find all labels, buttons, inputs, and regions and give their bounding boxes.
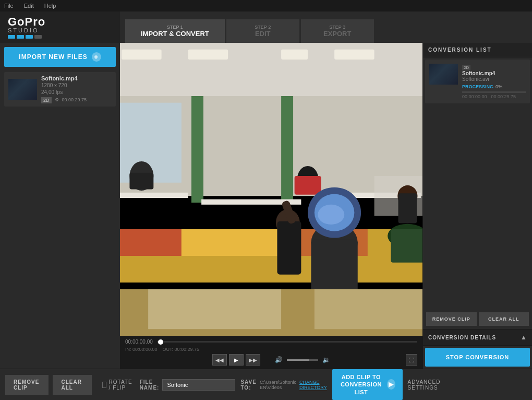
filename-input[interactable] [162, 379, 235, 391]
svg-rect-35 [398, 193, 417, 223]
conv-progress-pct: 0% [495, 84, 502, 89]
conversion-details-section[interactable]: CONVERSION DETAILS ▲ [423, 329, 532, 346]
dot-2 [17, 35, 24, 39]
bottom-left-buttons: REMOVE CLIP CLEAR ALL [0, 369, 97, 400]
file-meta: 2D ⚙ 00:00:29.75 [41, 97, 112, 103]
right-spacer [423, 105, 532, 309]
import-new-files-button[interactable]: IMPORT NEW FILES + [4, 47, 116, 67]
add-clip-to-conversion-button[interactable]: ADD CLIP TO CONVERSION LIST ▶ [332, 369, 403, 400]
play-button[interactable]: ▶ [229, 354, 244, 366]
playback-row: ◀◀ ▶ ▶▶ 🔊 🔉 ⛶ [125, 354, 417, 366]
volume-high-icon: 🔉 [322, 356, 330, 363]
step-1-num: STEP 1 [141, 25, 209, 30]
step-1-tab[interactable]: STEP 1 IMPORT & CONVERT [125, 19, 225, 43]
rotate-flip-group: ROTATE / FLIP [102, 379, 135, 391]
conversion-list-item[interactable]: 2D Softonic.mp4 Softonic.avi PROCESSING … [425, 60, 530, 103]
conv-progress-label: PROCESSING [462, 84, 493, 89]
volume-slider[interactable] [287, 359, 318, 361]
step-3-label: EXPORT [317, 30, 358, 38]
bottom-center-controls: ROTATE / FLIP FILE NAME: SAVE TO: C:\Use… [97, 369, 446, 400]
file-info: Softonic.mp4 1280 x 720 24,00 fps 2D ⚙ 0… [41, 75, 112, 103]
conv-badge-2d: 2D [462, 65, 470, 70]
volume-fill [287, 359, 309, 361]
step-2-tab[interactable]: STEP 2 EDIT [226, 19, 299, 43]
volume-icon: 🔊 [275, 356, 283, 363]
dot-4 [34, 35, 42, 39]
thumb-image [8, 79, 37, 100]
dot-3 [26, 35, 33, 39]
step-2-num: STEP 2 [242, 25, 284, 30]
remove-clip-button[interactable]: REMOVE CLIP [5, 375, 49, 395]
steps-bar: STEP 1 IMPORT & CONVERT STEP 2 EDIT STEP… [120, 11, 532, 43]
svg-rect-0 [120, 43, 422, 96]
expand-arrow-icon: ▲ [521, 334, 527, 341]
conv-output-filename: Softonic.avi [462, 76, 526, 82]
svg-rect-6 [191, 96, 203, 203]
menu-help[interactable]: Help [44, 3, 56, 9]
file-fps: 24,00 fps [41, 89, 112, 95]
in-point: IN: 00:00:00.00 [125, 347, 158, 352]
fast-forward-button[interactable]: ▶▶ [246, 354, 260, 366]
plus-icon: + [92, 52, 101, 62]
studio-label: STUDIO [8, 28, 45, 33]
menu-edit[interactable]: Edit [24, 3, 34, 9]
rotate-checkbox[interactable] [102, 382, 106, 388]
svg-rect-12 [295, 176, 321, 195]
conversion-list-title: CONVERSION LIST [423, 43, 532, 57]
svg-rect-3 [281, 50, 308, 60]
svg-rect-26 [277, 221, 301, 275]
import-btn-label: IMPORT NEW FILES [19, 53, 87, 61]
progress-track[interactable] [157, 341, 417, 343]
timecode-bar: 00:00:00.00 [125, 339, 417, 345]
menu-file[interactable]: File [4, 3, 14, 9]
conv-progress-track [462, 91, 526, 93]
in-out-bar: IN: 00:00:00.00 OUT: 00:00:29.75 [125, 347, 417, 352]
conv-progress-track-row [462, 91, 526, 93]
svg-point-24 [318, 205, 344, 225]
advanced-settings-button[interactable]: ADVANCED SETTINGS [408, 379, 441, 391]
file-resolution: 1280 x 720 [41, 83, 112, 88]
step-3-tab[interactable]: STEP 3 EXPORT [301, 19, 374, 43]
conv-input-filename: Softonic.mp4 [462, 70, 526, 76]
title-bar: File Edit Help [0, 0, 532, 11]
logo-dots [8, 35, 45, 39]
conv-time-elapsed: 00:00:00.00 [462, 94, 487, 99]
rewind-button[interactable]: ◀◀ [212, 354, 227, 366]
file-icon-gear: ⚙ [55, 97, 59, 103]
saveto-path: C:\Users\Softonic EN\Videos [260, 380, 296, 390]
progress-handle[interactable] [158, 339, 163, 345]
svg-rect-30 [148, 289, 281, 330]
step-3-num: STEP 3 [317, 25, 358, 30]
list-item[interactable]: Softonic.mp4 1280 x 720 24,00 fps 2D ⚙ 0… [4, 72, 116, 107]
stop-conversion-button[interactable]: STOP CONVERSION [425, 348, 530, 367]
clear-all-button[interactable]: CLEAR ALL [53, 375, 91, 395]
current-timecode: 00:00:00.00 [125, 339, 153, 345]
svg-rect-33 [391, 229, 423, 263]
video-controls: 00:00:00.00 IN: 00:00:00.00 OUT: 00:00:2… [120, 336, 422, 369]
saveto-label: SAVE TO: [240, 379, 257, 391]
right-remove-clip-button[interactable]: REMOVE CLIP [426, 312, 477, 326]
filename-label: FILE NAME: [140, 379, 160, 391]
brand-name: GoPro [8, 16, 45, 28]
dot-1 [8, 35, 15, 39]
change-directory-link[interactable]: CHANGE DIRECTORY [299, 380, 327, 390]
left-sidebar: IMPORT NEW FILES + Softonic.mp4 1280 x 7… [0, 43, 120, 369]
svg-rect-2 [188, 50, 228, 60]
right-clear-all-button[interactable]: CLEAR ALL [479, 312, 529, 326]
video-frame [120, 43, 422, 336]
conv-time-total: 00:00:29.75 [491, 94, 516, 99]
svg-rect-13 [120, 193, 188, 198]
svg-rect-17 [120, 229, 182, 256]
rotate-label: ROTATE / FLIP [109, 379, 135, 391]
right-sidebar: CONVERSION LIST 2D Softonic.mp4 Softonic… [422, 43, 532, 369]
saveto-group: SAVE TO: C:\Users\Softonic EN\Videos CHA… [240, 379, 327, 391]
file-list: Softonic.mp4 1280 x 720 24,00 fps 2D ⚙ 0… [0, 71, 120, 369]
conv-thumbnail [429, 64, 458, 85]
bottom-right-spacer [445, 369, 532, 400]
logo-area: GoPro STUDIO [0, 11, 120, 43]
svg-rect-1 [122, 50, 162, 60]
gopro-logo: GoPro STUDIO [8, 16, 45, 39]
fullscreen-button[interactable]: ⛶ [406, 354, 417, 366]
conv-progress-row: PROCESSING 0% [462, 84, 526, 89]
out-point: OUT: 00:00:29.75 [163, 347, 200, 352]
